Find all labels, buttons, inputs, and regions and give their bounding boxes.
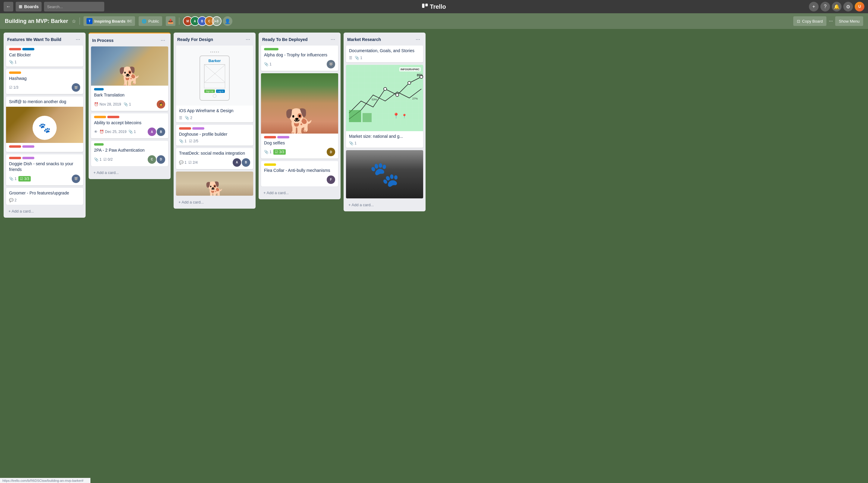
copy-board-button[interactable]: ⊡ Copy Board (793, 16, 827, 26)
dog-image-bark: 🐕 (91, 47, 168, 86)
card-dog-selfies[interactable]: 🐕 Dog selfies 📎 1 ☑ 3/3 D (261, 73, 338, 159)
card-title: Flea Collar - Anti-bully mechanisms (264, 168, 335, 174)
star-button[interactable]: ☆ (72, 19, 76, 24)
svg-rect-1 (425, 4, 428, 6)
attachment-count: 📎 1 (124, 102, 131, 107)
list-title-market-research: Market Research (347, 37, 381, 42)
add-card-market-research[interactable]: + Add a card... (346, 201, 423, 209)
user-avatar[interactable]: U (855, 2, 864, 11)
card-avatar: D (327, 148, 335, 156)
svg-rect-0 (422, 4, 424, 8)
card-avatars: A B (233, 158, 250, 167)
back-button[interactable]: ← (4, 2, 13, 11)
list-cards-ready-design: • • • • • Barker Sign Up (174, 46, 255, 196)
attachment-count: 📎 1 (264, 150, 272, 154)
label-blue (22, 48, 34, 50)
label-red (179, 127, 191, 130)
card-ios-wireframe[interactable]: • • • • • Barker Sign Up (176, 46, 253, 122)
description-icon: ☰ (179, 116, 182, 120)
list-menu-market-research[interactable]: ··· (414, 36, 422, 43)
label-yellow (264, 163, 276, 166)
top-nav: ← ⊞ Boards Trello + ? 🔔 ⚙ U (0, 0, 868, 13)
card-alpha-dog[interactable]: Alpha dog - Trophy for influencers 📎 1 🐺 (261, 46, 338, 71)
card-documentation[interactable]: Documentation, Goals, and Stories ☰ 📎 1 (346, 46, 423, 62)
add-card-in-process[interactable]: + Add a card... (91, 169, 168, 177)
label-orange (94, 116, 106, 118)
card-dog-peek[interactable]: 🐕 (176, 172, 253, 196)
list-title-in-process: In Process (92, 38, 114, 43)
status-bar: https://trello.com/b/R6DSCtsw/building-a… (0, 478, 90, 483)
card-cat-blocker[interactable]: Cat Blocker 📎 1 (6, 46, 83, 67)
chart-image: INFOGRAPHIC (346, 65, 423, 131)
list-cards-market-research: Documentation, Goals, and Stories ☰ 📎 1 … (344, 46, 426, 199)
add-card-ready-deploy[interactable]: + Add a card... (261, 189, 338, 197)
help-button[interactable]: ? (820, 2, 830, 11)
workspace-selector[interactable]: T Inspiring Boards BC (84, 16, 135, 26)
visibility-selector[interactable]: 🌐 Public (138, 16, 162, 26)
show-menu-button[interactable]: Show Menu (835, 16, 863, 26)
member-count[interactable]: +3 (212, 16, 221, 26)
boards-icon: ⊞ (19, 4, 22, 9)
card-title: Doggie Dish - send snacks to your friend… (9, 161, 80, 173)
notifications-button[interactable]: 🔔 (832, 2, 841, 11)
list-header-market-research: Market Research ··· (344, 33, 426, 46)
attachment-count: 📎 1 (349, 141, 356, 145)
svg-rect-13 (349, 110, 361, 122)
add-card-ready-design[interactable]: + Add a card... (176, 198, 253, 206)
list-cards-ready-deploy: Alpha dog - Trophy for influencers 📎 1 🐺… (258, 46, 341, 186)
show-menu-label: Show Menu (839, 19, 860, 24)
card-avatar: 🐺 (72, 175, 80, 183)
card-groomer[interactable]: Groomer - Pro features/upgrade 💬 2 (6, 188, 83, 205)
avatar-2: B (157, 127, 165, 136)
card-bitcoins[interactable]: Ability to accept bitecoins 👁 ⏰ Dec 25, … (91, 113, 168, 139)
label-blue (94, 88, 104, 90)
card-title: Groomer - Pro features/upgrade (9, 190, 80, 196)
card-bark-translation[interactable]: 🐕 Bark Translation ⏰ Nov 28, 2019 📎 1 👩 (91, 47, 168, 111)
workspace-label: Inspiring Boards (94, 19, 125, 24)
card-doghouse[interactable]: Doghouse - profile builder 📎 1 ☑ 2/5 (176, 125, 253, 146)
comment-count: 💬 1 (179, 160, 187, 164)
add-member-button[interactable]: 👤 (223, 16, 232, 26)
card-hashwag[interactable]: Hashwag ☑ 1/3 🐺 (6, 69, 83, 94)
label-orange (9, 71, 21, 74)
avatar-1: A (233, 158, 241, 167)
search-input[interactable] (44, 2, 104, 11)
list-menu-features[interactable]: ··· (74, 36, 82, 43)
card-doggie-dish[interactable]: Doggie Dish - send snacks to your friend… (6, 154, 83, 185)
avatar-1: A (148, 127, 156, 136)
attachment-count: 📎 1 (94, 157, 101, 161)
card-market-size[interactable]: INFOGRAPHIC (346, 65, 423, 148)
list-cards-in-process: 🐕 Bark Translation ⏰ Nov 28, 2019 📎 1 👩 (89, 47, 170, 166)
copy-board-label: Copy Board (802, 19, 823, 24)
label-purple (192, 127, 204, 130)
card-avatar: 👩 (157, 100, 165, 109)
globe-icon: 🌐 (142, 19, 147, 24)
avatar-2: D (157, 155, 165, 164)
card-avatars: A B (148, 127, 165, 136)
card-avatars: C D (148, 155, 165, 164)
svg-text:📍: 📍 (402, 114, 407, 119)
list-menu-ready-deploy[interactable]: ··· (329, 36, 337, 43)
status-url: https://trello.com/b/R6DSCtsw/building-a… (2, 479, 84, 482)
boards-button[interactable]: ⊞ Boards (16, 2, 41, 11)
list-footer-features: + Add a card... (4, 205, 86, 218)
add-button[interactable]: + (809, 2, 818, 11)
card-sniff[interactable]: Sniff@ to mention another dog 🐾 (6, 96, 83, 152)
svg-text:27%: 27% (412, 97, 418, 100)
list-menu-ready-design[interactable]: ··· (244, 36, 252, 43)
card-french-bulldog[interactable]: 🐾 (346, 150, 423, 199)
add-card-features[interactable]: + Add a card... (6, 207, 83, 215)
card-2pa[interactable]: 2PA - 2 Paw Authentication 📎 1 ☑ 0/2 C D (91, 141, 168, 166)
settings-button[interactable]: ⚙ (843, 2, 853, 11)
list-title-ready-design: Ready For Design (177, 37, 213, 42)
card-flea-collar[interactable]: Flea Collar - Anti-bully mechanisms F (261, 161, 338, 186)
card-title: Dog selfies (264, 140, 335, 146)
card-treatdeck[interactable]: TreatDeck: social media integration 💬 1 … (176, 148, 253, 169)
attachment-count: 📎 1 (264, 62, 272, 66)
description-icon: ☰ (349, 56, 352, 60)
list-menu-in-process[interactable]: ··· (159, 36, 167, 44)
svg-text:85%: 85% (417, 73, 423, 77)
checklist-complete: ☑ 3/3 (19, 176, 31, 181)
list-footer-ready-design: + Add a card... (174, 196, 255, 209)
share-button[interactable]: 📤 (166, 16, 176, 26)
